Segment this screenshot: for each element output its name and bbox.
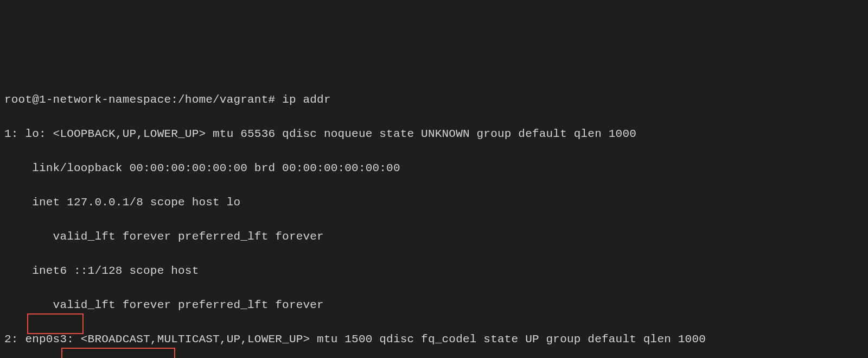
output-line: inet 127.0.0.1/8 scope host lo bbox=[4, 194, 864, 211]
output-line: link/loopback 00:00:00:00:00:00 brd 00:0… bbox=[4, 160, 864, 177]
highlight-box-ip-address bbox=[61, 348, 175, 358]
output-line: 2: enp0s3: <BROADCAST,MULTICAST,UP,LOWER… bbox=[4, 331, 864, 348]
output-line: inet6 ::1/128 scope host bbox=[4, 262, 864, 280]
shell-prompt: root@1-network-namespace:/home/vagrant# … bbox=[4, 91, 864, 109]
output-line: valid_lft forever preferred_lft forever bbox=[4, 228, 864, 246]
output-line: valid_lft forever preferred_lft forever bbox=[4, 297, 864, 314]
output-line: 1: lo: <LOOPBACK,UP,LOWER_UP> mtu 65536 … bbox=[4, 125, 864, 143]
terminal-output: root@1-network-namespace:/home/vagrant# … bbox=[4, 74, 864, 358]
